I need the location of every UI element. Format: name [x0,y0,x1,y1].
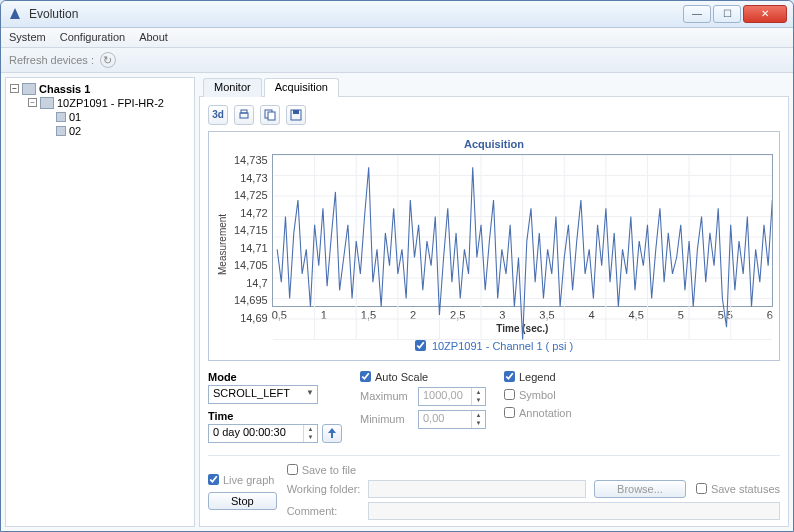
save-icon[interactable] [286,105,306,125]
tree-root-chassis[interactable]: − Chassis 1 [8,82,192,96]
mode-select[interactable]: SCROLL_LEFT [208,385,318,404]
time-spinner[interactable]: 0 day 00:00:30 ▲▼ [208,424,318,443]
channel-icon [56,112,66,122]
legend-checkbox[interactable] [504,371,515,382]
legend-options-block: Legend Symbol Annotation [504,371,572,443]
titlebar: Evolution — ☐ ✕ [1,1,793,28]
right-panel: Monitor Acquisition 3d Ac [199,77,789,527]
max-label: Maximum [360,390,414,402]
min-value: 0,00 [423,412,444,424]
mode-block: Mode SCROLL_LEFT Time 0 day 00:00:30 ▲▼ [208,371,342,443]
refresh-icon[interactable]: ↻ [100,52,116,68]
max-value: 1000,00 [423,389,463,401]
tab-bar: Monitor Acquisition [199,77,789,97]
menu-configuration[interactable]: Configuration [60,31,125,43]
min-label: Minimum [360,413,414,425]
menubar: System Configuration About [1,28,793,49]
annotation-label: Annotation [519,407,572,419]
legend-series-checkbox[interactable] [415,340,426,351]
app-window: Evolution — ☐ ✕ System Configuration Abo… [0,0,794,532]
spin-down-icon[interactable]: ▼ [304,433,317,442]
working-folder-label: Working folder: [287,483,361,495]
refresh-label: Refresh devices : [9,54,94,66]
tree-toggle-icon[interactable]: − [10,84,19,93]
controls-row: Mode SCROLL_LEFT Time 0 day 00:00:30 ▲▼ [208,361,780,443]
copy-icon[interactable] [260,105,280,125]
time-value: 0 day 00:00:30 [213,426,286,438]
spin-down-icon: ▼ [472,419,485,428]
comment-input [368,502,780,520]
symbol-label: Symbol [519,389,556,401]
mode-label: Mode [208,371,342,383]
minimize-button[interactable]: — [683,5,711,23]
tab-monitor[interactable]: Monitor [203,78,262,97]
tree-ch1-label: 01 [69,111,81,123]
tree-channel-02[interactable]: 02 [8,124,192,138]
tree-ch2-label: 02 [69,125,81,137]
tab-acquisition[interactable]: Acquisition [264,78,339,97]
channel-icon [56,126,66,136]
spin-down-icon: ▼ [472,396,485,405]
comment-label: Comment: [287,505,361,517]
tab-body: 3d Acquisition Measurement 14,7 [199,97,789,527]
symbol-checkbox[interactable] [504,389,515,400]
tree-device[interactable]: − 10ZP1091 - FPI-HR-2 [8,96,192,110]
device-tree: − Chassis 1 − 10ZP1091 - FPI-HR-2 01 02 [5,77,195,527]
toolbar: Refresh devices : ↻ [1,48,793,73]
spin-up-icon: ▲ [472,411,485,420]
maximize-button[interactable]: ☐ [713,5,741,23]
menu-system[interactable]: System [9,31,46,43]
chart-yaxis: 14,73514,7314,72514,7214,71514,7114,7051… [230,154,272,324]
save-to-file-checkbox[interactable] [287,464,298,475]
time-apply-button[interactable] [322,424,342,443]
device-icon [40,97,54,109]
chart-title: Acquisition [215,136,773,154]
stop-button[interactable]: Stop [208,492,277,510]
tree-channel-01[interactable]: 01 [8,110,192,124]
tree-toggle-icon[interactable]: − [28,98,37,107]
live-graph-label: Live graph [223,474,274,486]
time-label: Time [208,410,342,422]
svg-marker-0 [10,8,20,19]
window-title: Evolution [29,7,681,21]
svg-rect-1 [240,113,248,118]
svg-rect-2 [241,110,247,113]
save-statuses-label: Save statuses [711,483,780,495]
working-folder-input [368,480,586,498]
close-button[interactable]: ✕ [743,5,787,23]
tree-root-label: Chassis 1 [39,83,90,95]
max-spinner: 1000,00 ▲▼ [418,387,486,406]
svg-rect-6 [293,110,299,114]
three-d-icon[interactable]: 3d [208,105,228,125]
svg-rect-4 [268,112,275,120]
legend-series-label: 10ZP1091 - Channel 1 ( psi ) [432,340,573,352]
browse-button: Browse... [594,480,686,498]
bottom-row: Live graph Stop Save to file Working fol… [208,455,780,520]
print-icon[interactable] [234,105,254,125]
menu-about[interactable]: About [139,31,168,43]
legend-option-label: Legend [519,371,556,383]
app-icon [7,6,23,22]
autoscale-label: Auto Scale [375,371,428,383]
save-statuses-checkbox [696,483,707,494]
content-area: − Chassis 1 − 10ZP1091 - FPI-HR-2 01 02 … [1,73,793,531]
scale-block: Auto Scale Maximum 1000,00 ▲▼ Minimum [360,371,486,443]
spin-up-icon: ▲ [472,388,485,397]
spin-up-icon[interactable]: ▲ [304,425,317,434]
chassis-icon [22,83,36,95]
annotation-checkbox[interactable] [504,407,515,418]
min-spinner: 0,00 ▲▼ [418,410,486,429]
chart-container: Acquisition Measurement 14,73514,7314,72… [208,131,780,361]
chart-ylabel: Measurement [215,154,230,334]
live-graph-checkbox [208,474,219,485]
save-to-file-label: Save to file [302,464,356,476]
autoscale-checkbox[interactable] [360,371,371,382]
tree-device-label: 10ZP1091 - FPI-HR-2 [57,97,164,109]
chart-plot-area[interactable] [272,154,773,307]
